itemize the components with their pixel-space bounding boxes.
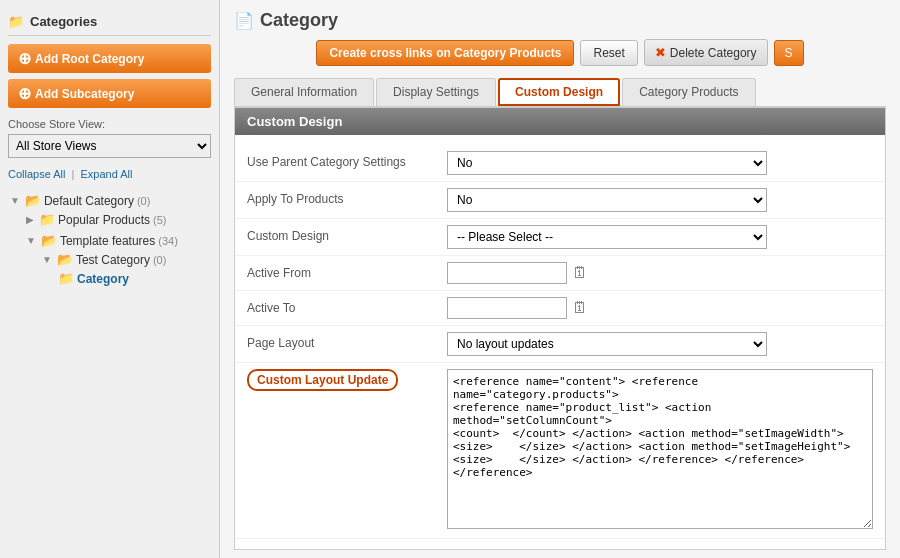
select-use-parent[interactable]: No Yes [447,151,767,175]
tab-display-label: Display Settings [393,85,479,99]
tab-custom-design-label: Custom Design [515,85,603,99]
expand-icon-template: ▼ [26,235,36,246]
label-active-to: Active To [247,297,447,315]
collapse-all-link[interactable]: Collapse All [8,168,65,180]
expand-icon-popular: ▶ [26,214,34,225]
control-apply-products: No Yes [447,188,873,212]
control-active-from: 🗓 [447,262,873,284]
custom-layout-highlight: Custom Layout Update [247,369,398,391]
save-button[interactable]: S [774,40,804,66]
tree-count-template: (34) [158,235,178,247]
textarea-custom-layout[interactable]: <reference name="content"> <reference na… [447,369,873,529]
tree-label: Default Category [44,194,134,208]
form-row-active-to: Active To 🗓 [235,291,885,326]
input-active-to[interactable] [447,297,567,319]
toolbar: Create cross links on Category Products … [234,39,886,66]
folder-icon-test: 📂 [57,252,73,267]
sidebar-title-text: Categories [30,14,97,29]
select-custom-design[interactable]: -- Please Select -- [447,225,767,249]
folder-icon: 📁 [8,14,24,29]
tab-custom-design[interactable]: Custom Design [498,78,620,106]
collapse-links: Collapse All | Expand All [8,168,211,180]
tree-item-default-category: ▼ 📂 Default Category (0) ▶ 📁 Popular Pro… [8,190,211,295]
tree-children-template: ▼ 📂 Test Category (0) 📁 Ca [24,249,211,291]
expand-icon: ▼ [10,195,20,206]
control-active-to: 🗓 [447,297,873,319]
tree-item-test: ▼ 📂 Test Category (0) 📁 Ca [40,249,211,291]
form-panel-header: Custom Design [235,108,885,135]
input-active-from[interactable] [447,262,567,284]
tree-children: ▶ 📁 Popular Products (5) ▼ 📂 Template fe… [8,209,211,293]
calendar-icon-from[interactable]: 🗓 [572,264,588,282]
page-title: Category [260,10,338,31]
control-use-parent: No Yes [447,151,873,175]
tree-item-popular: ▶ 📁 Popular Products (5) [24,209,211,230]
plus-icon2: ⊕ [18,84,31,103]
form-row-use-parent: Use Parent Category Settings No Yes [235,145,885,182]
delete-icon: ✖ [655,45,666,60]
tab-general-label: General Information [251,85,357,99]
tree-label-popular: Popular Products [58,213,150,227]
tabs: General Information Display Settings Cus… [234,78,886,107]
add-sub-label: Add Subcategory [35,87,134,101]
form-panel: Custom Design Use Parent Category Settin… [234,107,886,550]
calendar-icon-to[interactable]: 🗓 [572,299,588,317]
label-custom-layout: Custom Layout Update [247,369,447,387]
select-apply-products[interactable]: No Yes [447,188,767,212]
control-custom-design: -- Please Select -- [447,225,873,249]
store-view-label: Choose Store View: [8,118,211,130]
folder-icon-category: 📁 [58,271,74,286]
add-root-category-button[interactable]: ⊕ Add Root Category [8,44,211,73]
label-active-from: Active From [247,262,447,280]
tab-general[interactable]: General Information [234,78,374,106]
page-icon: 📄 [234,11,254,30]
tab-category-products-label: Category Products [639,85,738,99]
tree-count-test: (0) [153,254,166,266]
add-subcategory-button[interactable]: ⊕ Add Subcategory [8,79,211,108]
label-use-parent: Use Parent Category Settings [247,151,447,169]
form-row-apply-products: Apply To Products No Yes [235,182,885,219]
tree-item-category: 📁 Category [56,268,211,289]
tree-label-template: Template features [60,234,155,248]
form-row-custom-design: Custom Design -- Please Select -- [235,219,885,256]
label-apply-products: Apply To Products [247,188,447,206]
form-row-active-from: Active From 🗓 [235,256,885,291]
create-cross-links-button[interactable]: Create cross links on Category Products [316,40,574,66]
tree-count-popular: (5) [153,214,166,226]
store-view-select[interactable]: All Store Views Default Store View [8,134,211,158]
tab-display[interactable]: Display Settings [376,78,496,106]
select-page-layout[interactable]: No layout updates Empty 1 column 2 colum… [447,332,767,356]
main-content: 📄 Category Create cross links on Categor… [220,0,900,558]
label-custom-design: Custom Design [247,225,447,243]
folder-icon-template: 📂 [41,233,57,248]
category-tree: ▼ 📂 Default Category (0) ▶ 📁 Popular Pro… [8,190,211,295]
expand-all-link[interactable]: Expand All [80,168,132,180]
delete-category-button[interactable]: ✖ Delete Category [644,39,768,66]
tree-label-test: Test Category [76,253,150,267]
control-page-layout: No layout updates Empty 1 column 2 colum… [447,332,873,356]
delete-label: Delete Category [670,46,757,60]
plus-icon: ⊕ [18,49,31,68]
tree-item-template: ▼ 📂 Template features (34) ▼ 📂 Test Cate… [24,230,211,293]
add-root-label: Add Root Category [35,52,144,66]
expand-icon-test: ▼ [42,254,52,265]
store-view-section: Choose Store View: All Store Views Defau… [8,118,211,158]
reset-button[interactable]: Reset [580,40,637,66]
tree-count: (0) [137,195,150,207]
control-custom-layout: <reference name="content"> <reference na… [447,369,873,532]
form-body: Use Parent Category Settings No Yes Appl… [235,135,885,549]
tree-children-test: 📁 Category [40,268,211,289]
label-page-layout: Page Layout [247,332,447,350]
form-row-custom-layout: Custom Layout Update <reference name="co… [235,363,885,539]
sidebar: 📁 Categories ⊕ Add Root Category ⊕ Add S… [0,0,220,558]
folder-icon-popular: 📁 [39,212,55,227]
content-header: 📄 Category [234,10,886,31]
tab-category-products[interactable]: Category Products [622,78,755,106]
sidebar-title: 📁 Categories [8,8,211,36]
tree-label-category: Category [77,272,129,286]
folder-icon-default: 📂 [25,193,41,208]
form-row-page-layout: Page Layout No layout updates Empty 1 co… [235,326,885,363]
